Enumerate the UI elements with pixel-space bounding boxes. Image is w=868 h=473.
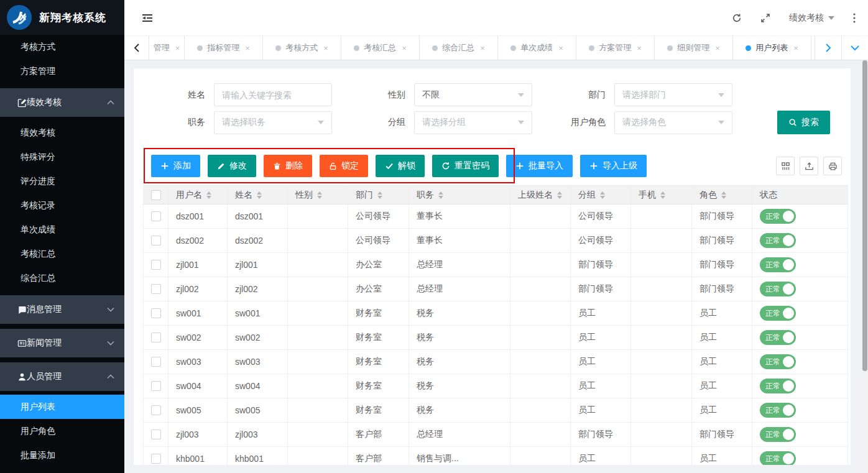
row-checkbox[interactable] bbox=[151, 357, 161, 367]
row-checkbox[interactable] bbox=[151, 260, 161, 270]
sidebar-item-13-active[interactable]: 用户列表 bbox=[0, 395, 124, 419]
row-checkbox[interactable] bbox=[151, 381, 161, 391]
sidebar-item-4[interactable]: 特殊评分 bbox=[0, 145, 124, 169]
tab-考核方式[interactable]: 考核方式× bbox=[263, 36, 341, 60]
tab-close-icon[interactable]: × bbox=[175, 44, 180, 53]
解锁-button[interactable]: 解锁 bbox=[376, 155, 425, 177]
sort-icon[interactable] bbox=[660, 191, 665, 199]
row-checkbox[interactable] bbox=[151, 211, 161, 221]
sidebar-item-8[interactable]: 考核汇总 bbox=[0, 242, 124, 266]
cell-分组: 部门领导 bbox=[571, 253, 631, 277]
more-menu-icon[interactable] bbox=[853, 13, 856, 23]
columns-icon[interactable] bbox=[776, 157, 795, 175]
search-button[interactable]: 搜索 bbox=[777, 111, 830, 134]
导入上级-button[interactable]: 导入上级 bbox=[580, 155, 647, 177]
status-toggle[interactable]: 正常 bbox=[760, 403, 796, 418]
fullscreen-icon[interactable] bbox=[760, 13, 770, 23]
tab-考核汇总[interactable]: 考核汇总× bbox=[341, 36, 420, 60]
sort-icon[interactable] bbox=[557, 191, 562, 199]
性别-select[interactable]: 不限 bbox=[414, 83, 532, 106]
status-toggle[interactable]: 正常 bbox=[760, 209, 796, 224]
批量导入-button[interactable]: 批量导入 bbox=[506, 155, 573, 177]
sort-icon[interactable] bbox=[317, 191, 322, 199]
sidebar-item-6[interactable]: 考核记录 bbox=[0, 193, 124, 218]
role-switcher[interactable]: 绩效考核 bbox=[789, 12, 834, 24]
sidebar-collapse-icon[interactable] bbox=[142, 13, 153, 23]
name-search-input[interactable] bbox=[214, 83, 332, 106]
添加-button[interactable]: 添加 bbox=[151, 155, 200, 177]
sidebar-item-7[interactable]: 单次成绩 bbox=[0, 218, 124, 242]
tab-方案管理[interactable]: 方案管理× bbox=[576, 36, 655, 60]
row-checkbox[interactable] bbox=[151, 284, 161, 294]
select-all-checkbox[interactable] bbox=[151, 190, 161, 200]
sidebar-item-1[interactable]: 方案管理 bbox=[0, 59, 124, 83]
部门-select[interactable]: 请选择部门 bbox=[614, 83, 732, 106]
scrollbar-track[interactable] bbox=[859, 60, 868, 473]
tab-close-icon[interactable]: × bbox=[402, 44, 407, 53]
row-checkbox[interactable] bbox=[151, 454, 161, 464]
tab-综合汇总[interactable]: 综合汇总× bbox=[420, 36, 498, 60]
分组-select[interactable]: 请选择分组 bbox=[414, 111, 532, 134]
status-toggle[interactable]: 正常 bbox=[760, 379, 796, 393]
status-toggle[interactable]: 正常 bbox=[760, 427, 796, 442]
row-checkbox[interactable] bbox=[151, 308, 161, 318]
tab-close-icon[interactable]: × bbox=[715, 44, 720, 53]
sidebar-item-0[interactable]: 考核方式 bbox=[0, 35, 124, 59]
修改-button[interactable]: 修改 bbox=[208, 155, 256, 177]
sort-icon[interactable] bbox=[600, 191, 605, 199]
status-toggle[interactable]: 正常 bbox=[760, 330, 796, 345]
status-toggle[interactable]: 正常 bbox=[760, 282, 796, 296]
tab-单次成绩[interactable]: 单次成绩× bbox=[498, 36, 576, 60]
职务-select[interactable]: 请选择职务 bbox=[214, 111, 332, 134]
export-icon[interactable] bbox=[800, 157, 818, 175]
tab-管理[interactable]: 管理× bbox=[149, 36, 185, 60]
sidebar-group-11[interactable]: 新闻管理 bbox=[0, 329, 124, 357]
sidebar-item-3[interactable]: 绩效考核 bbox=[0, 121, 124, 145]
sidebar-item-9[interactable]: 综合汇总 bbox=[0, 266, 124, 290]
sidebar-group-2[interactable]: 绩效考核 bbox=[0, 88, 124, 117]
status-toggle[interactable]: 正常 bbox=[760, 354, 796, 369]
tab-close-icon[interactable]: × bbox=[793, 44, 798, 53]
chevron-down-icon bbox=[107, 341, 114, 346]
sidebar-item-15[interactable]: 批量添加 bbox=[0, 443, 124, 467]
status-toggle[interactable]: 正常 bbox=[760, 233, 796, 248]
tab-细则管理[interactable]: 细则管理× bbox=[655, 36, 733, 60]
删除-button[interactable]: 删除 bbox=[264, 155, 312, 177]
table-header-checkbox-cell bbox=[144, 186, 169, 204]
print-icon[interactable] bbox=[823, 157, 842, 175]
重置密码-button[interactable]: 重置密码 bbox=[432, 155, 499, 177]
sort-icon[interactable] bbox=[257, 191, 262, 199]
row-checkbox[interactable] bbox=[151, 236, 161, 246]
status-toggle[interactable]: 正常 bbox=[760, 451, 796, 465]
tab-指标管理[interactable]: 指标管理× bbox=[185, 36, 263, 60]
用户角色-select[interactable]: 请选择角色 bbox=[614, 111, 732, 134]
sort-icon[interactable] bbox=[377, 191, 382, 199]
filter-group: 分组请选择分组 bbox=[362, 111, 532, 134]
tabs-scroll-left-icon[interactable] bbox=[124, 36, 149, 60]
sort-icon[interactable] bbox=[206, 191, 211, 199]
tab-用户列表[interactable]: 用户列表× bbox=[733, 36, 811, 60]
row-checkbox[interactable] bbox=[151, 333, 161, 342]
row-checkbox[interactable] bbox=[151, 429, 161, 439]
tab-close-icon[interactable]: × bbox=[637, 44, 642, 53]
tab-close-icon[interactable]: × bbox=[480, 44, 485, 53]
scrollbar-thumb[interactable] bbox=[862, 60, 867, 371]
row-checkbox[interactable] bbox=[151, 405, 161, 415]
sort-icon[interactable] bbox=[438, 191, 443, 199]
tab-close-icon[interactable]: × bbox=[323, 44, 328, 53]
锁定-button[interactable]: 锁定 bbox=[320, 155, 368, 177]
tab-close-icon[interactable]: × bbox=[245, 44, 250, 53]
sort-icon[interactable] bbox=[721, 191, 726, 199]
sidebar-group-10[interactable]: 消息管理 bbox=[0, 295, 124, 324]
tab-close-icon[interactable]: × bbox=[558, 44, 563, 53]
status-toggle[interactable]: 正常 bbox=[760, 306, 796, 321]
tabs-scroll-right-icon[interactable] bbox=[815, 36, 841, 60]
sidebar-group-12[interactable]: 人员管理 bbox=[0, 362, 124, 391]
cell-角色: 部门领导 bbox=[692, 423, 752, 447]
refresh-icon[interactable] bbox=[732, 13, 742, 23]
tabs-menu-icon[interactable] bbox=[841, 36, 868, 60]
sidebar-item-5[interactable]: 评分进度 bbox=[0, 169, 124, 193]
sidebar-item-14[interactable]: 用户角色 bbox=[0, 419, 124, 443]
status-toggle[interactable]: 正常 bbox=[760, 257, 796, 272]
cell-性别 bbox=[288, 398, 348, 423]
